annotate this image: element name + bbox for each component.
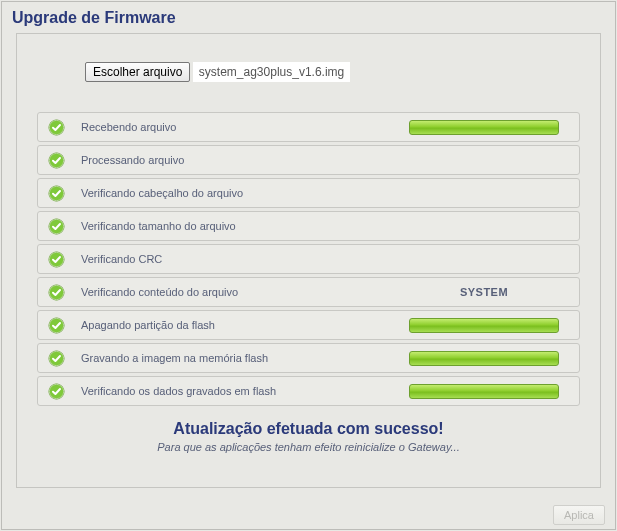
step-label: Verificando tamanho do arquivo [81, 220, 569, 232]
check-circle-icon [48, 218, 65, 235]
check-circle-icon [48, 152, 65, 169]
step-label: Verificando CRC [81, 253, 569, 265]
check-circle-icon [48, 350, 65, 367]
step-row: Apagando partição da flash [37, 310, 580, 340]
check-circle-icon [48, 383, 65, 400]
action-bar: Aplica [553, 505, 605, 523]
content-box: Escolher arquivo system_ag30plus_v1.6.im… [16, 33, 601, 488]
step-label: Gravando a imagem na memória flash [81, 352, 409, 364]
choose-file-button[interactable]: Escolher arquivo [85, 62, 190, 82]
step-label: Apagando partição da flash [81, 319, 409, 331]
progress-bar [409, 384, 559, 399]
step-row: Verificando tamanho do arquivo [37, 211, 580, 241]
result-block: Atualização efetuada com sucesso! Para q… [17, 420, 600, 453]
check-circle-icon [48, 119, 65, 136]
step-row: Verificando os dados gravados em flash [37, 376, 580, 406]
step-label: Processando arquivo [81, 154, 569, 166]
step-detail: SYSTEM [409, 286, 559, 298]
firmware-upgrade-panel: Upgrade de Firmware Escolher arquivo sys… [1, 1, 616, 530]
step-label: Recebendo arquivo [81, 121, 409, 133]
step-row: Gravando a imagem na memória flash [37, 343, 580, 373]
apply-button: Aplica [553, 505, 605, 525]
step-row: Verificando CRC [37, 244, 580, 274]
progress-bar [409, 351, 559, 366]
step-label: Verificando os dados gravados em flash [81, 385, 409, 397]
check-circle-icon [48, 317, 65, 334]
page-title: Upgrade de Firmware [2, 2, 615, 33]
step-row: Verificando conteúdo do arquivoSYSTEM [37, 277, 580, 307]
progress-bar [409, 318, 559, 333]
selected-filename: system_ag30plus_v1.6.img [193, 62, 350, 82]
progress-bar [409, 120, 559, 135]
step-label: Verificando cabeçalho do arquivo [81, 187, 569, 199]
check-circle-icon [48, 284, 65, 301]
step-row: Processando arquivo [37, 145, 580, 175]
file-picker-row: Escolher arquivo system_ag30plus_v1.6.im… [17, 34, 600, 112]
result-subtext: Para que as aplicações tenham efeito rei… [17, 441, 600, 453]
step-row: Recebendo arquivo [37, 112, 580, 142]
steps-list: Recebendo arquivo Processando arquivo Ve… [37, 112, 580, 406]
step-row: Verificando cabeçalho do arquivo [37, 178, 580, 208]
check-circle-icon [48, 185, 65, 202]
result-heading: Atualização efetuada com sucesso! [17, 420, 600, 438]
step-label: Verificando conteúdo do arquivo [81, 286, 409, 298]
check-circle-icon [48, 251, 65, 268]
